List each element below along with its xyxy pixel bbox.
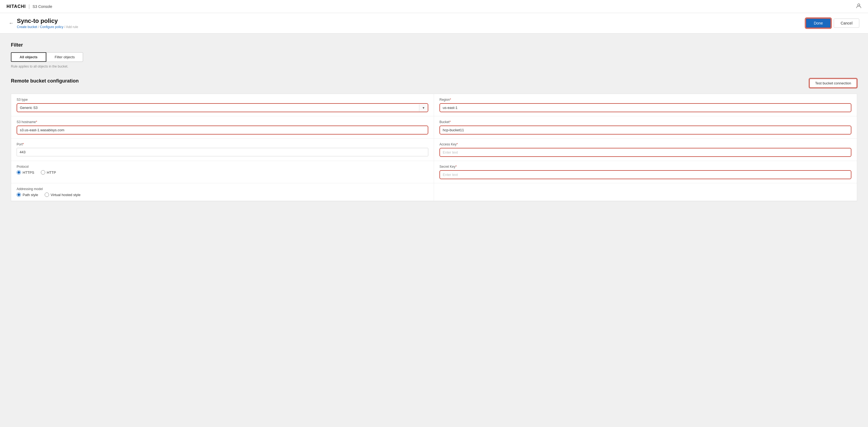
protocol-http-label: HTTP bbox=[47, 171, 56, 175]
protocol-http-option[interactable]: HTTP bbox=[41, 170, 56, 175]
s3-hostname-input[interactable] bbox=[17, 126, 428, 134]
s3-type-cell: S3 type ▼ bbox=[11, 94, 434, 116]
filter-tabs: All objects Filter objects bbox=[11, 52, 857, 62]
addressing-path-radio[interactable] bbox=[17, 192, 21, 197]
addressing-empty-cell bbox=[434, 183, 857, 201]
addressing-virtual-radio[interactable] bbox=[45, 192, 49, 197]
port-cell: Port* bbox=[11, 139, 434, 161]
filter-section-title: Filter bbox=[11, 42, 857, 48]
secret-key-label: Secret Key* bbox=[439, 165, 851, 169]
s3-type-select-wrap: ▼ bbox=[17, 103, 428, 112]
breadcrumb-create-bucket[interactable]: Create bucket bbox=[17, 25, 37, 29]
s3-hostname-label: S3 hostname* bbox=[17, 120, 428, 124]
secret-key-input[interactable] bbox=[439, 170, 851, 179]
bucket-cell: Bucket* bbox=[434, 116, 857, 139]
filter-description: Rule applies to all objects in the bucke… bbox=[11, 65, 857, 68]
protocol-https-label: HTTPS bbox=[23, 171, 34, 175]
protocol-http-radio[interactable] bbox=[41, 170, 45, 175]
page-header: ← Sync-to policy Create bucket / Configu… bbox=[0, 13, 868, 33]
brand: HITACHI | S3 Console bbox=[6, 4, 52, 9]
port-input[interactable] bbox=[17, 148, 428, 156]
breadcrumb-current: Add rule bbox=[66, 25, 78, 29]
access-key-label: Access Key* bbox=[439, 143, 851, 146]
test-bucket-connection-button[interactable]: Test bucket connection bbox=[809, 79, 857, 88]
page-actions: Done Cancel bbox=[806, 18, 859, 28]
region-input[interactable] bbox=[440, 104, 851, 112]
addressing-virtual-option[interactable]: Virtual hosted style bbox=[45, 192, 81, 197]
addressing-radio-group: Path style Virtual hosted style bbox=[17, 192, 428, 197]
remote-bucket-form: S3 type ▼ Region* S3 hostname* bbox=[11, 94, 857, 201]
back-button[interactable]: ← bbox=[9, 21, 13, 26]
main-content: Filter All objects Filter objects Rule a… bbox=[0, 33, 868, 427]
bucket-label: Bucket* bbox=[439, 120, 851, 124]
region-cell: Region* bbox=[434, 94, 857, 116]
s3-type-dropdown-arrow[interactable]: ▼ bbox=[419, 104, 428, 111]
access-key-input[interactable] bbox=[439, 148, 851, 157]
page-header-left: ← Sync-to policy Create bucket / Configu… bbox=[9, 18, 78, 29]
remote-bucket-header: Remote bucket configuration Test bucket … bbox=[11, 78, 857, 88]
s3-type-input[interactable] bbox=[17, 104, 419, 112]
breadcrumb-sep-1: / bbox=[38, 25, 39, 29]
page-title: Sync-to policy bbox=[17, 18, 78, 25]
app-header: HITACHI | S3 Console bbox=[0, 0, 868, 13]
s3-hostname-cell: S3 hostname* bbox=[11, 116, 434, 139]
region-input-wrap bbox=[439, 103, 851, 112]
breadcrumb-configure-policy[interactable]: Configure policy bbox=[40, 25, 63, 29]
bucket-input[interactable] bbox=[440, 126, 851, 134]
breadcrumb-sep-2: / bbox=[64, 25, 65, 29]
page-title-block: Sync-to policy Create bucket / Configure… bbox=[17, 18, 78, 29]
protocol-https-option[interactable]: HTTPS bbox=[17, 170, 34, 175]
user-icon[interactable] bbox=[856, 3, 862, 10]
protocol-cell: Protocol HTTPS HTTP bbox=[11, 161, 434, 183]
addressing-path-option[interactable]: Path style bbox=[17, 192, 38, 197]
cancel-button[interactable]: Cancel bbox=[834, 19, 859, 28]
addressing-model-cell: Addressing model Path style Virtual host… bbox=[11, 183, 434, 201]
region-label: Region* bbox=[439, 98, 851, 101]
protocol-https-radio[interactable] bbox=[17, 170, 21, 175]
hitachi-logo: HITACHI bbox=[6, 4, 26, 9]
app-title: S3 Console bbox=[32, 4, 52, 9]
addressing-model-label: Addressing model bbox=[17, 187, 428, 191]
breadcrumb: Create bucket / Configure policy / Add r… bbox=[17, 25, 78, 29]
protocol-radio-group: HTTPS HTTP bbox=[17, 170, 428, 175]
secret-key-cell: Secret Key* bbox=[434, 161, 857, 183]
filter-tab-all-objects[interactable]: All objects bbox=[11, 52, 46, 62]
hostname-input-wrap bbox=[17, 126, 428, 134]
bucket-input-wrap bbox=[439, 126, 851, 134]
filter-tab-filter-objects[interactable]: Filter objects bbox=[46, 52, 83, 62]
port-label: Port* bbox=[17, 143, 428, 146]
addressing-virtual-label: Virtual hosted style bbox=[51, 193, 81, 197]
access-key-cell: Access Key* bbox=[434, 139, 857, 161]
remote-bucket-section: Remote bucket configuration Test bucket … bbox=[11, 78, 857, 201]
protocol-label: Protocol bbox=[17, 165, 428, 169]
svg-point-0 bbox=[858, 4, 860, 6]
filter-section: Filter All objects Filter objects Rule a… bbox=[11, 42, 857, 68]
remote-bucket-title: Remote bucket configuration bbox=[11, 78, 79, 84]
done-button[interactable]: Done bbox=[806, 18, 831, 28]
s3-type-label: S3 type bbox=[17, 98, 428, 101]
addressing-path-label: Path style bbox=[23, 193, 38, 197]
header-divider: | bbox=[29, 4, 30, 9]
